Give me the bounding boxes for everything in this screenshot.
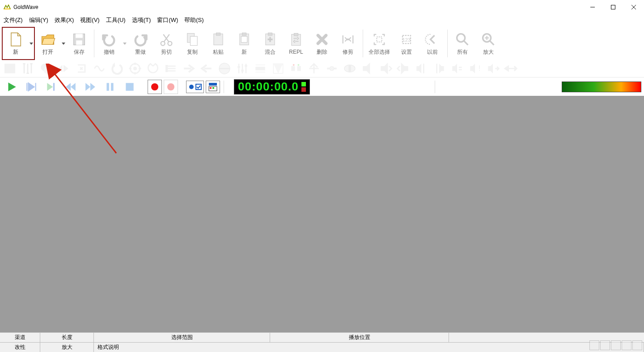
svg-rect-71 bbox=[210, 87, 212, 89]
status-bar-1: 渠道 长度 选择范围 播放位置 bbox=[0, 332, 644, 342]
menu-effect[interactable]: 效果(X) bbox=[55, 16, 74, 24]
effect-icon-14[interactable] bbox=[235, 61, 250, 76]
open-dropdown[interactable] bbox=[61, 27, 66, 60]
zoom-in-button[interactable]: 放大 bbox=[475, 27, 501, 60]
undo-button[interactable]: 撤销 bbox=[96, 27, 122, 60]
status-length: 长度 bbox=[40, 333, 94, 342]
effect-icon-22[interactable] bbox=[378, 61, 393, 76]
effect-icon-16[interactable] bbox=[271, 61, 285, 76]
menu-window[interactable]: 窗口(W) bbox=[157, 16, 178, 24]
tray-icon-1[interactable] bbox=[589, 340, 599, 350]
new-dropdown[interactable] bbox=[29, 43, 34, 45]
effect-icon-2[interactable] bbox=[21, 61, 35, 76]
effect-icon-15[interactable] bbox=[253, 61, 267, 76]
effect-icon-1[interactable] bbox=[3, 61, 17, 76]
effect-icon-26[interactable] bbox=[450, 61, 464, 76]
effect-icon-8[interactable] bbox=[128, 61, 142, 76]
trim-button[interactable]: 修剪 bbox=[335, 27, 361, 60]
effect-icon-12[interactable] bbox=[199, 61, 214, 76]
effect-icon-27[interactable]: ! bbox=[468, 61, 482, 76]
cut-button[interactable]: 剪切 bbox=[153, 27, 179, 60]
forward-button[interactable] bbox=[81, 80, 99, 94]
svg-rect-44 bbox=[245, 65, 247, 67]
delete-button[interactable]: 删除 bbox=[309, 27, 335, 60]
effect-icon-25[interactable] bbox=[432, 61, 446, 76]
menu-file[interactable]: 文件(Z) bbox=[4, 16, 23, 24]
paste-new-button[interactable]: 新 bbox=[231, 27, 257, 60]
stop-button[interactable] bbox=[121, 80, 139, 94]
record-pause-button[interactable] bbox=[164, 80, 178, 94]
status-modified: 改性 bbox=[0, 343, 40, 352]
minimize-button[interactable] bbox=[582, 0, 603, 14]
clipboard-new-icon bbox=[236, 31, 252, 47]
replace-button[interactable]: REPL bbox=[283, 27, 309, 60]
svg-point-67 bbox=[189, 85, 194, 89]
zoom-all-button[interactable]: 所有 bbox=[449, 27, 475, 60]
effect-icon-20[interactable] bbox=[343, 61, 357, 76]
svg-rect-12 bbox=[216, 33, 220, 35]
set-button[interactable]: 123 设置 bbox=[394, 27, 419, 60]
new-button[interactable]: 新 bbox=[3, 30, 29, 58]
tray-icon-4[interactable] bbox=[622, 340, 631, 350]
menu-help[interactable]: 帮助(S) bbox=[184, 16, 203, 24]
menu-tools[interactable]: 工具(U) bbox=[106, 16, 126, 24]
play-selection-button[interactable] bbox=[22, 80, 40, 94]
select-all-button[interactable]: 全部选择 bbox=[365, 27, 394, 60]
main-toolbar: 新 打开 保存 撤销 重做 剪切 复制 粘贴 新 混合 bbox=[0, 26, 644, 60]
effect-icon-9[interactable] bbox=[146, 61, 160, 76]
svg-point-66 bbox=[167, 83, 174, 90]
clipboard-plus-icon bbox=[262, 31, 278, 47]
effect-icon-13[interactable] bbox=[217, 61, 232, 76]
svg-point-65 bbox=[151, 83, 158, 90]
paste-button[interactable]: 粘贴 bbox=[205, 27, 231, 60]
status-bar-2: 改性 放大 格式说明 bbox=[0, 342, 644, 352]
open-button[interactable]: 打开 bbox=[35, 27, 61, 60]
effect-icon-18[interactable] bbox=[307, 61, 321, 76]
record-button[interactable] bbox=[148, 80, 162, 94]
maximize-button[interactable] bbox=[603, 0, 623, 14]
effect-icon-6[interactable] bbox=[92, 61, 106, 76]
copy-button[interactable]: 复制 bbox=[179, 27, 205, 60]
svg-rect-48 bbox=[291, 66, 295, 71]
svg-rect-49 bbox=[297, 66, 301, 71]
effect-icon-21[interactable] bbox=[360, 61, 375, 76]
tray-icon-2[interactable] bbox=[600, 340, 610, 350]
tray-icon-5[interactable] bbox=[632, 340, 642, 350]
save-button[interactable]: 保存 bbox=[66, 27, 92, 60]
properties-button[interactable] bbox=[206, 81, 220, 93]
effect-icon-7[interactable] bbox=[110, 61, 124, 76]
mix-button[interactable]: 混合 bbox=[257, 27, 283, 60]
svg-point-24 bbox=[457, 34, 465, 42]
menu-edit[interactable]: 编辑(Y) bbox=[29, 16, 48, 24]
undo-dropdown[interactable] bbox=[122, 27, 127, 60]
effect-icon-19[interactable] bbox=[325, 61, 339, 76]
effect-icon-4[interactable] bbox=[56, 61, 71, 76]
effect-icon-29[interactable] bbox=[504, 61, 518, 76]
effect-icon-11[interactable] bbox=[182, 61, 196, 76]
effect-icon-23[interactable] bbox=[396, 61, 411, 76]
vu-meter bbox=[562, 82, 641, 92]
play-end-button[interactable] bbox=[42, 80, 60, 94]
effect-icon-3[interactable] bbox=[38, 61, 53, 76]
effect-icon-17[interactable] bbox=[289, 61, 303, 76]
previous-button[interactable]: 以前 bbox=[419, 27, 445, 60]
effect-icon-28[interactable] bbox=[486, 61, 500, 76]
scissors-icon bbox=[158, 31, 174, 47]
pause-button[interactable] bbox=[101, 80, 119, 94]
redo-button[interactable]: 重做 bbox=[127, 27, 153, 60]
menu-options[interactable]: 选项(T) bbox=[132, 16, 151, 24]
svg-rect-28 bbox=[4, 64, 15, 73]
close-button[interactable] bbox=[623, 0, 644, 14]
effect-icon-5[interactable] bbox=[74, 61, 89, 76]
play-button[interactable] bbox=[3, 80, 21, 94]
rewind-button[interactable] bbox=[62, 80, 80, 94]
loop-toggle[interactable] bbox=[186, 81, 204, 93]
svg-rect-21 bbox=[377, 37, 381, 42]
effect-icon-10[interactable] bbox=[164, 61, 178, 76]
menu-view[interactable]: 视图(V) bbox=[80, 16, 99, 24]
tray-icon-3[interactable] bbox=[611, 340, 621, 350]
effect-icon-24[interactable] bbox=[414, 61, 428, 76]
svg-text:!: ! bbox=[479, 64, 480, 72]
trim-icon bbox=[340, 31, 356, 47]
svg-point-51 bbox=[297, 64, 299, 66]
